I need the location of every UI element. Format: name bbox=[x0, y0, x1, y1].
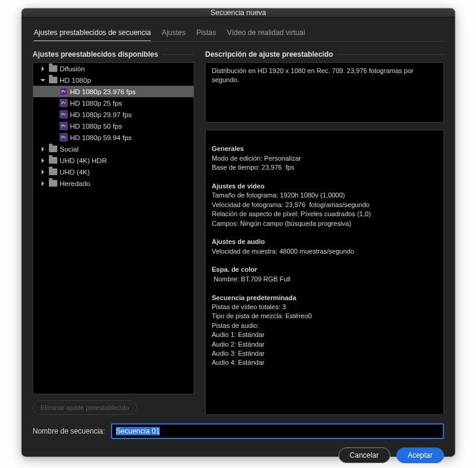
details-fields: Campos: Ningún campo (búsqueda progresiv… bbox=[212, 220, 351, 227]
details-general-heading: Generales bbox=[212, 145, 244, 152]
delete-preset-button: Eliminar ajuste preestablecido bbox=[33, 400, 137, 415]
details-audio-1: Audio 1: Estándar bbox=[212, 331, 264, 338]
preset-description-header: Descripción de ajuste preestablecido bbox=[205, 50, 444, 59]
preset-details-box[interactable]: Generales Modo de edición: Personalizar … bbox=[205, 130, 444, 415]
chevron-right-icon[interactable] bbox=[39, 146, 46, 153]
folder-icon bbox=[49, 146, 57, 152]
folder-icon bbox=[49, 77, 57, 83]
tree-folder[interactable]: HD 1080p bbox=[33, 74, 194, 86]
tab-vr-video[interactable]: Vídeo de realidad virtual bbox=[227, 28, 305, 42]
details-frame-size: Tamaño de fotograma: 1920h 1080v (1,0000… bbox=[212, 191, 345, 199]
sequence-name-label: Nombre de secuencia: bbox=[33, 427, 105, 435]
tree-item-label: Social bbox=[60, 146, 78, 153]
cancel-button[interactable]: Cancelar bbox=[338, 447, 390, 463]
preset-icon bbox=[60, 99, 68, 107]
details-pixel-aspect: Relación de aspecto de píxel: Píxeles cu… bbox=[212, 210, 371, 217]
sequence-name-row: Nombre de secuencia: bbox=[33, 423, 444, 439]
tab-bar: Ajustes prestablecidos de secuencia Ajus… bbox=[33, 26, 444, 42]
tree-item-label: HD 1080p 25 fps bbox=[70, 100, 122, 107]
chevron-right-icon[interactable] bbox=[39, 168, 46, 176]
details-audio-heading: Ajustes de audio bbox=[212, 238, 265, 245]
details-sample-rate: Velocidad de muestra: 48000 muestras/seg… bbox=[212, 248, 354, 255]
tree-item-label: HD 1080p 29.97 fps bbox=[70, 111, 132, 118]
details-color-heading: Espa. de color bbox=[212, 266, 257, 273]
tree-folder[interactable]: Social bbox=[33, 143, 194, 155]
available-presets-header: Ajustes preestablecidos disponibles bbox=[33, 50, 194, 59]
right-column: Descripción de ajuste preestablecido Dis… bbox=[205, 50, 444, 415]
tree-item-label: HD 1080p 59.94 fps bbox=[70, 134, 132, 141]
tree-item-label: HD 1080p 23.976 fps bbox=[70, 88, 136, 95]
tree-item-label: UHD (4K) bbox=[60, 168, 90, 176]
tree-item-label: HD 1080p bbox=[60, 77, 91, 84]
chevron-placeholder bbox=[50, 134, 57, 141]
preset-tree[interactable]: DifusiónHD 1080pHD 1080p 23.976 fpsHD 10… bbox=[33, 62, 194, 394]
preset-summary-text: Distribución en HD 1920 x 1080 en Rec. 7… bbox=[212, 67, 413, 83]
tree-preset[interactable]: HD 1080p 29.97 fps bbox=[33, 109, 194, 120]
available-presets-label: Ajustes preestablecidos disponibles bbox=[33, 50, 158, 59]
left-column: Ajustes preestablecidos disponibles Difu… bbox=[33, 50, 194, 415]
tree-folder[interactable]: UHD (4K) HDR bbox=[33, 155, 194, 166]
chevron-placeholder bbox=[50, 100, 57, 107]
preset-icon bbox=[60, 133, 68, 141]
folder-icon bbox=[49, 65, 57, 72]
tree-folder[interactable]: Heredado bbox=[33, 178, 194, 189]
chevron-placeholder bbox=[50, 123, 57, 130]
tree-preset[interactable]: HD 1080p 50 fps bbox=[33, 120, 194, 132]
header-rule bbox=[163, 54, 194, 55]
sequence-name-input[interactable] bbox=[111, 423, 444, 439]
tree-folder[interactable]: Difusión bbox=[33, 63, 194, 74]
details-video-heading: Ajustes de vídeo bbox=[212, 182, 264, 190]
titlebar[interactable]: Secuencia nueva bbox=[22, 8, 455, 18]
preset-description-label: Descripción de ajuste preestablecido bbox=[205, 50, 333, 59]
details-audio-3: Audio 3: Estándar bbox=[212, 350, 264, 357]
chevron-right-icon[interactable] bbox=[39, 65, 46, 72]
details-timebase: Base de tiempo: 23,976 fps bbox=[212, 164, 294, 171]
chevron-down-icon[interactable] bbox=[39, 77, 46, 84]
new-sequence-dialog: Secuencia nueva Ajustes prestablecidos d… bbox=[22, 8, 455, 457]
preset-icon bbox=[60, 88, 68, 95]
chevron-right-icon[interactable] bbox=[39, 157, 46, 164]
tab-settings[interactable]: Ajustes bbox=[162, 28, 185, 42]
dialog-footer: Cancelar Aceptar bbox=[33, 447, 444, 463]
folder-icon bbox=[49, 157, 57, 164]
tree-item-label: Heredado bbox=[60, 180, 90, 187]
tree-preset[interactable]: HD 1080p 23.976 fps bbox=[33, 86, 194, 97]
details-frame-rate: Velocidad de fotograma: 23,976 fotograma… bbox=[212, 201, 370, 208]
tree-item-label: Difusión bbox=[60, 65, 85, 72]
chevron-placeholder bbox=[50, 111, 57, 118]
dialog-body: Ajustes prestablecidos de secuencia Ajus… bbox=[22, 18, 455, 468]
chevron-placeholder bbox=[50, 88, 57, 95]
details-video-tracks: Pistas de vídeo totales: 3 bbox=[212, 303, 286, 310]
details-audio-2: Audio 2: Estándar bbox=[212, 341, 264, 348]
columns: Ajustes preestablecidos disponibles Difu… bbox=[33, 50, 444, 415]
tree-item-label: UHD (4K) HDR bbox=[60, 157, 107, 164]
ok-button[interactable]: Aceptar bbox=[396, 447, 444, 463]
folder-icon bbox=[49, 180, 57, 187]
preset-icon bbox=[60, 111, 68, 118]
preset-summary-box[interactable]: Distribución en HD 1920 x 1080 en Rec. 7… bbox=[205, 62, 444, 123]
details-audio-tracks-heading: Pistas de audio: bbox=[212, 322, 259, 329]
tab-tracks[interactable]: Pistas bbox=[196, 28, 216, 42]
window-title: Secuencia nueva bbox=[211, 8, 266, 17]
details-sequence-heading: Secuencia predeterminada bbox=[212, 294, 296, 301]
details-edit-mode: Modo de edición: Personalizar bbox=[212, 155, 301, 162]
tree-item-label: HD 1080p 50 fps bbox=[70, 123, 122, 130]
tree-preset[interactable]: HD 1080p 25 fps bbox=[33, 97, 194, 109]
tree-folder[interactable]: UHD (4K) bbox=[33, 166, 194, 178]
folder-icon bbox=[49, 168, 57, 175]
tab-divider bbox=[33, 41, 444, 42]
tree-preset[interactable]: HD 1080p 59.94 fps bbox=[33, 132, 194, 143]
details-color-name: Nombre: BT.709 RGB Full bbox=[212, 275, 290, 283]
preset-icon bbox=[60, 122, 68, 130]
details-mix-type: Tipo de pista de mezcla: Estéreo0 bbox=[212, 312, 312, 319]
header-rule bbox=[338, 54, 444, 55]
details-audio-4: Audio 4: Estándar bbox=[212, 359, 264, 366]
tab-sequence-presets[interactable]: Ajustes prestablecidos de secuencia bbox=[34, 28, 151, 42]
chevron-right-icon[interactable] bbox=[39, 180, 46, 187]
